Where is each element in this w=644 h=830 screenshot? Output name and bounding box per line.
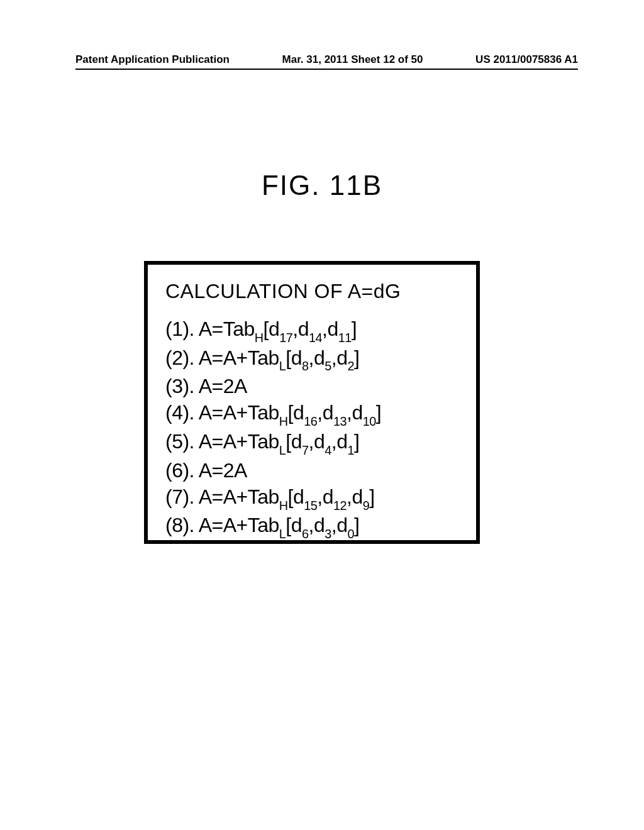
algorithm-step: (6). A=2A bbox=[165, 457, 462, 484]
algorithm-box: CALCULATION OF A=dG (1). A=TabH[d17,d14,… bbox=[144, 261, 480, 544]
algorithm-step: (5). A=A+TabL[d7,d4,d1] bbox=[165, 428, 462, 457]
algorithm-step: (8). A=A+TabL[d6,d3,d0] bbox=[165, 512, 462, 541]
header-middle: Mar. 31, 2011 Sheet 12 of 50 bbox=[282, 53, 423, 66]
header-left: Patent Application Publication bbox=[75, 53, 230, 66]
algorithm-step: (3). A=2A bbox=[165, 373, 462, 399]
header-right: US 2011/0075836 A1 bbox=[475, 53, 578, 66]
algorithm-step: (1). A=TabH[d17,d14,d11] bbox=[165, 316, 462, 345]
figure-label: FIG. 11B bbox=[0, 170, 644, 201]
algorithm-title: CALCULATION OF A=dG bbox=[165, 280, 462, 303]
page-header: Patent Application Publication Mar. 31, … bbox=[75, 53, 578, 70]
algorithm-step: (2). A=A+TabL[d8,d5,d2] bbox=[165, 345, 462, 374]
algorithm-step: (7). A=A+TabH[d15,d12,d9] bbox=[165, 484, 462, 512]
algorithm-steps: (1). A=TabH[d17,d14,d11](2). A=A+TabL[d8… bbox=[165, 316, 462, 541]
algorithm-step: (4). A=A+TabH[d16,d13,d10] bbox=[165, 399, 462, 428]
